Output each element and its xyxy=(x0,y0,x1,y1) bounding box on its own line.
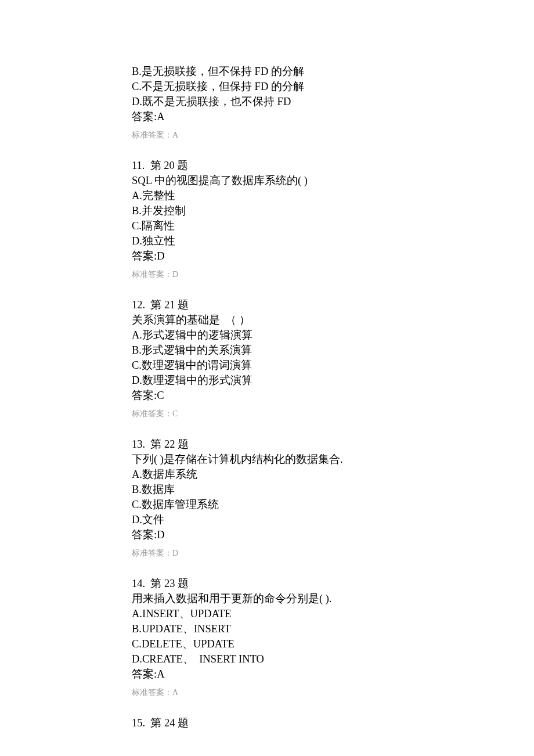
q10-option-c: C.不是无损联接，但保持 FD 的分解 xyxy=(132,79,428,94)
q12-option-a: A.形式逻辑中的逻辑演算 xyxy=(132,327,428,343)
spacer xyxy=(132,282,428,297)
q12-answer: 答案:C xyxy=(132,388,428,403)
q13-answer: 答案:D xyxy=(132,527,428,542)
q10-option-b: B.是无损联接，但不保持 FD 的分解 xyxy=(132,64,428,79)
q12-option-b: B.形式逻辑中的关系演算 xyxy=(132,343,428,358)
q14-stem: 用来插入数据和用于更新的命令分别是( ). xyxy=(132,591,428,606)
q12-option-c: C.数理逻辑中的谓词演算 xyxy=(132,358,428,373)
spacer xyxy=(132,561,428,576)
q12-option-d: D.数理逻辑中的形式演算 xyxy=(132,373,428,388)
spacer xyxy=(132,143,428,158)
q12-header: 12. 第 21 题 xyxy=(132,297,428,312)
q14-std-answer: 标准答案：A xyxy=(132,686,428,699)
q13-option-c: C.数据库管理系统 xyxy=(132,497,428,512)
q14-header: 14. 第 23 题 xyxy=(132,576,428,591)
q14-option-b: B.UPDATE、INSERT xyxy=(132,621,428,636)
q11-answer: 答案:D xyxy=(132,249,428,264)
q13-option-b: B.数据库 xyxy=(132,482,428,497)
q12-std-answer: 标准答案：C xyxy=(132,408,428,420)
q14-option-d: D.CREATE、 INSERT INTO xyxy=(132,651,428,667)
q11-header: 11. 第 20 题 xyxy=(132,158,428,173)
q14-option-a: A.INSERT、UPDATE xyxy=(132,606,428,621)
document-page: B.是无损联接，但不保持 FD 的分解 C.不是无损联接，但保持 FD 的分解 … xyxy=(0,0,428,756)
q14-option-c: C.DELETE、UPDATE xyxy=(132,636,428,651)
q10-std-answer: 标准答案：A xyxy=(132,129,428,142)
q10-answer: 答案:A xyxy=(132,109,428,124)
q11-option-a: A.完整性 xyxy=(132,188,428,203)
q11-option-d: D.独立性 xyxy=(132,233,428,249)
q12-stem: 关系演算的基础是 （ ） xyxy=(132,312,428,327)
q11-std-answer: 标准答案：D xyxy=(132,268,428,281)
spacer xyxy=(132,700,428,715)
q13-header: 13. 第 22 题 xyxy=(132,437,428,452)
q14-answer: 答案:A xyxy=(132,667,428,682)
q11-stem: SQL 中的视图提高了数据库系统的( ) xyxy=(132,173,428,188)
q11-option-b: B.并发控制 xyxy=(132,203,428,218)
q13-stem: 下列( )是存储在计算机内结构化的数据集合. xyxy=(132,452,428,467)
q11-option-c: C.隔离性 xyxy=(132,218,428,233)
q13-std-answer: 标准答案：D xyxy=(132,547,428,560)
q13-option-a: A.数据库系统 xyxy=(132,467,428,482)
q15-header: 15. 第 24 题 xyxy=(132,715,428,730)
q10-option-d: D.既不是无损联接，也不保持 FD xyxy=(132,94,428,109)
spacer xyxy=(132,422,428,437)
q13-option-d: D.文件 xyxy=(132,512,428,527)
